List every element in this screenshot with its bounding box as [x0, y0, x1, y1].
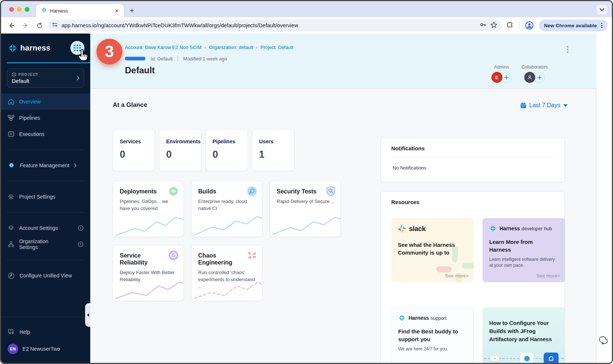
brand-suffix: developer hub	[522, 226, 552, 231]
stat-card-environments[interactable]: Environments 0	[159, 129, 202, 171]
module-title: Builds	[198, 188, 246, 195]
date-range-picker[interactable]: Last 7 Days	[520, 102, 568, 109]
module-description: Enterprise ready, cloud native CI	[198, 198, 257, 212]
sidebar-item-project-settings[interactable]: Project Settings	[1, 189, 90, 205]
chat-launcher-icon[interactable]	[598, 336, 609, 347]
url-text[interactable]: app.harness.io/ng/account/YWdkwNPiTceDUK…	[62, 22, 476, 28]
panel-divider	[391, 210, 554, 211]
module-card-deployments[interactable]: Deployments Pipelines, GitOps... we have…	[113, 181, 184, 237]
feature-flags-icon	[8, 162, 15, 169]
sidebar-item-label: Pipelines	[19, 115, 40, 121]
sidebar-item-configure-unified-view[interactable]: Configure Unified View	[1, 267, 90, 284]
stat-card-users[interactable]: Users 1	[252, 129, 294, 171]
tab-search-chevron-icon[interactable]	[596, 5, 607, 14]
stat-label: Pipelines	[213, 139, 241, 144]
minimize-window-button[interactable]	[17, 7, 22, 12]
stat-card-pipelines[interactable]: Pipelines 0	[206, 129, 248, 171]
collaborator-avatar[interactable]	[524, 72, 535, 83]
breadcrumb-separator: ›	[204, 45, 206, 50]
sidebar-item-executions[interactable]: Executions	[1, 126, 90, 142]
pipeline-graphic	[483, 352, 565, 363]
project-id-row: Id: Default Modified 1 week ago	[125, 56, 227, 62]
stat-label: Users	[259, 139, 287, 144]
sidebar-item-account-settings[interactable]: Account Settings	[1, 220, 90, 236]
sidebar-spacer	[1, 284, 90, 317]
close-window-button[interactable]	[9, 7, 14, 12]
admin-avatar[interactable]: E	[491, 72, 502, 83]
forward-icon[interactable]	[20, 20, 31, 31]
stat-card-services[interactable]: Services 0	[113, 129, 155, 171]
browser-toolbar: app.harness.io/ng/account/YWdkwNPiTceDUK…	[1, 17, 612, 34]
sidebar-divider	[7, 181, 84, 181]
resource-card-jfrog[interactable]: How to Configure Your Builds with JFrog …	[483, 307, 565, 363]
breadcrumb-project-link[interactable]: Project: Default	[260, 45, 293, 50]
browser-window: Harness ✕ + app.harness.io/ng/account/YW…	[0, 0, 613, 364]
tab-title: Harness	[50, 8, 111, 14]
page-options-kebab-icon[interactable]	[565, 45, 570, 54]
harness-logo: harness	[8, 43, 50, 53]
chaos-route-graphic	[192, 275, 262, 301]
chaos-engineering-icon	[246, 250, 258, 262]
back-icon[interactable]	[6, 20, 17, 31]
page-header: Account: Dave Karow E2 Non SCIM › Organi…	[90, 34, 596, 89]
bookmark-star-icon[interactable]	[490, 21, 497, 30]
project-selector[interactable]: PROJECT Default	[7, 69, 84, 88]
module-card-service-reliability[interactable]: Service Reliability Deploy Faster With B…	[113, 245, 184, 301]
admins-label: Admins	[494, 64, 509, 70]
sidebar-item-label: Feature Management	[20, 162, 69, 168]
date-range-value: Last 7 Days	[529, 102, 560, 109]
see-more-link[interactable]: See more>	[536, 273, 560, 279]
sidebar-item-organization-settings[interactable]: Organization Settings	[1, 236, 90, 252]
collapse-arrow-icon	[87, 313, 89, 317]
add-collaborator-button[interactable]	[534, 72, 545, 83]
breadcrumb-separator: ›	[256, 45, 258, 50]
reliability-route-graphic	[113, 275, 184, 301]
extensions-icon[interactable]	[504, 20, 516, 31]
harness-favicon	[41, 7, 47, 14]
tab-close-icon[interactable]: ✕	[113, 7, 120, 14]
resource-card-developer-hub[interactable]: Harness developer hub Learn More from Ha…	[483, 218, 565, 282]
sidebar-item-help[interactable]: ? Help	[1, 324, 90, 340]
chrome-menu-icon[interactable]	[599, 21, 605, 29]
stat-value: 0	[213, 149, 241, 160]
reload-icon[interactable]	[34, 20, 45, 31]
sidebar-divider	[7, 260, 84, 260]
harness-logo-icon	[8, 43, 18, 53]
breadcrumb-org-link[interactable]: Organization: default	[209, 45, 253, 50]
site-info-icon[interactable]	[52, 22, 58, 29]
module-card-security-tests[interactable]: Security Tests Rapid Delivery of Secure …	[270, 181, 341, 237]
plus-icon	[537, 75, 542, 80]
breadcrumb-account-link[interactable]: Account: Dave Karow E2 Non SCIM	[125, 45, 202, 50]
sidebar-item-pipelines[interactable]: Pipelines	[1, 110, 90, 126]
overview-content: At a Glance Last 7 Days Services 0 Envir…	[90, 89, 596, 363]
info-icon[interactable]	[78, 225, 84, 231]
module-card-chaos-engineering[interactable]: Chaos Engineering Run controlled 'chaos'…	[191, 245, 262, 301]
see-more-link[interactable]: See more>	[445, 273, 469, 279]
chevron-down-icon	[563, 104, 568, 107]
sidebar-item-overview[interactable]: Overview	[1, 94, 90, 110]
user-avatar[interactable]: EN	[8, 344, 18, 354]
stat-value: 1	[259, 149, 287, 160]
resources-title: Resources	[381, 192, 564, 210]
page-title: Default	[125, 65, 155, 76]
info-icon[interactable]	[78, 241, 84, 247]
url-bar[interactable]: app.harness.io/ng/account/YWdkwNPiTceDUK…	[48, 20, 502, 31]
new-chrome-available-button[interactable]: New Chrome available	[539, 20, 607, 31]
sidebar-user[interactable]: EN E2 NewuserTwo	[1, 340, 90, 358]
no-notifications-text: No Notifications	[381, 157, 564, 179]
pipelines-icon	[8, 115, 14, 121]
org-gear-icon	[8, 241, 14, 248]
add-admin-button[interactable]	[501, 72, 512, 83]
resource-card-support[interactable]: Harness support Find the Best buddy to s…	[391, 307, 474, 363]
sidebar-item-feature-management[interactable]: Feature Management	[1, 157, 90, 174]
module-card-builds[interactable]: Builds Enterprise ready, cloud native CI	[191, 181, 262, 237]
profile-icon[interactable]	[523, 20, 535, 31]
project-id-label: Id: Default	[151, 56, 172, 62]
browser-tab[interactable]: Harness ✕	[36, 4, 124, 17]
new-tab-button[interactable]: +	[127, 6, 137, 16]
zoom-window-button[interactable]	[25, 7, 29, 12]
password-key-icon[interactable]	[479, 21, 487, 30]
wrench-icon	[8, 272, 15, 279]
resource-card-slack[interactable]: slack See what the Harness Community is …	[391, 218, 474, 282]
module-cards-row-2: Service Reliability Deploy Faster With B…	[113, 245, 262, 301]
